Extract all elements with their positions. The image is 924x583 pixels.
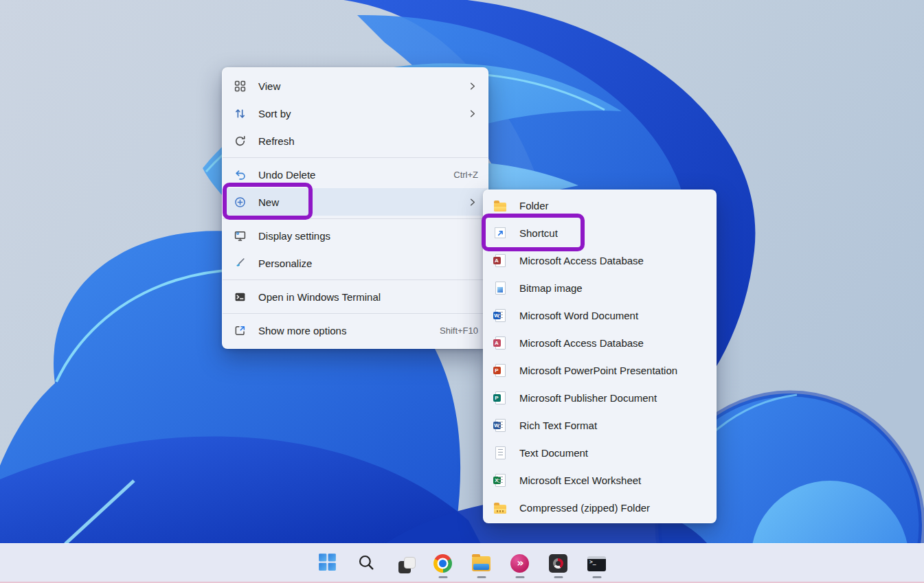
menu-item-label: Refresh xyxy=(258,135,295,147)
menu-separator xyxy=(223,157,488,158)
desktop-context-menu: View Sort by Refresh Undo De xyxy=(222,67,488,349)
shortcut-arrow-icon xyxy=(493,225,507,240)
menu-item-display-settings[interactable]: Display settings xyxy=(223,222,488,249)
menu-separator xyxy=(223,218,488,219)
shortcut-hint: Ctrl+Z xyxy=(453,170,478,180)
submenu-item-powerpoint-presentation[interactable]: P Microsoft PowerPoint Presentation xyxy=(484,356,716,384)
submenu-item-label: Folder xyxy=(519,200,549,212)
menu-item-personalize[interactable]: Personalize xyxy=(223,249,488,277)
start-button[interactable] xyxy=(313,547,343,581)
file-explorer-button[interactable] xyxy=(466,547,497,581)
submenu-item-label: Microsoft PowerPoint Presentation xyxy=(519,365,677,376)
menu-item-label: New xyxy=(258,196,279,208)
submenu-item-rich-text-format[interactable]: W Rich Text Format xyxy=(484,411,716,439)
chevron-right-icon xyxy=(467,196,478,207)
menu-item-label: Sort by xyxy=(258,108,291,119)
task-view-button[interactable] xyxy=(390,547,420,581)
menu-item-label: Open in Windows Terminal xyxy=(258,291,381,303)
taskbar: » xyxy=(0,543,924,583)
dark-ring-app-button[interactable] xyxy=(543,547,574,581)
menu-item-undo-delete[interactable]: Undo Delete Ctrl+Z xyxy=(223,161,488,188)
display-settings-icon xyxy=(234,229,246,242)
menu-item-view[interactable]: View xyxy=(223,72,488,100)
menu-item-label: Display settings xyxy=(258,230,330,242)
new-plus-icon xyxy=(234,196,246,208)
submenu-item-label: Shortcut xyxy=(519,227,558,239)
pink-arrows-app-icon: » xyxy=(510,554,529,573)
menu-item-label: Show more options xyxy=(258,325,346,336)
refresh-icon xyxy=(234,135,246,147)
submenu-item-compressed-zipped-folder[interactable]: Compressed (zipped) Folder xyxy=(484,494,716,521)
access-file-icon: A xyxy=(493,253,507,268)
submenu-item-label: Microsoft Word Document xyxy=(519,310,638,321)
access-legacy-file-icon: A xyxy=(493,335,507,350)
submenu-item-label: Compressed (zipped) Folder xyxy=(519,502,650,514)
submenu-item-bitmap-image[interactable]: Bitmap image xyxy=(484,274,716,301)
text-file-icon xyxy=(493,445,507,460)
submenu-item-label: Microsoft Access Database xyxy=(519,337,644,349)
folder-icon xyxy=(493,198,507,213)
menu-item-label: View xyxy=(258,80,280,92)
desktop: View Sort by Refresh Undo De xyxy=(0,0,924,583)
running-indicator xyxy=(515,576,524,578)
submenu-item-excel-worksheet[interactable]: X Microsoft Excel Worksheet xyxy=(484,466,716,494)
chevron-right-icon xyxy=(467,80,478,91)
submenu-item-label: Text Document xyxy=(519,447,588,459)
shortcut-hint: Shift+F10 xyxy=(440,325,478,336)
submenu-item-text-document[interactable]: Text Document xyxy=(484,439,716,466)
menu-separator xyxy=(223,313,488,314)
powerpoint-file-icon: P xyxy=(493,363,507,378)
windows-terminal-icon xyxy=(234,290,246,303)
running-indicator xyxy=(554,576,563,578)
menu-item-refresh[interactable]: Refresh xyxy=(223,127,488,155)
dark-ring-app-icon xyxy=(549,554,567,573)
submenu-item-label: Microsoft Excel Worksheet xyxy=(519,475,641,486)
zipped-folder-icon xyxy=(493,500,507,515)
submenu-item-publisher-document[interactable]: P Microsoft Publisher Document xyxy=(484,384,716,411)
running-indicator xyxy=(477,576,486,578)
chrome-icon xyxy=(433,554,452,573)
word-file-icon: W xyxy=(493,308,507,323)
menu-item-label: Undo Delete xyxy=(258,169,315,181)
file-explorer-icon xyxy=(472,556,491,571)
task-view-icon xyxy=(392,551,417,576)
rtf-file-icon: W xyxy=(493,418,507,433)
search-button[interactable] xyxy=(351,547,381,581)
new-submenu: Folder Shortcut A Microsoft Access Datab… xyxy=(483,190,717,523)
search-icon xyxy=(357,553,375,574)
chevron-right-icon xyxy=(467,108,478,119)
submenu-item-shortcut[interactable]: Shortcut xyxy=(484,219,716,247)
sort-arrows-icon xyxy=(234,107,246,119)
submenu-item-label: Bitmap image xyxy=(519,282,583,294)
bitmap-file-icon xyxy=(493,280,507,295)
publisher-file-icon: P xyxy=(493,390,507,405)
menu-item-label: Personalize xyxy=(258,258,312,269)
show-more-icon xyxy=(234,324,246,336)
menu-item-show-more-options[interactable]: Show more options Shift+F10 xyxy=(223,317,488,344)
command-prompt-icon xyxy=(587,556,606,571)
personalize-brush-icon xyxy=(234,257,246,269)
excel-file-icon: X xyxy=(493,472,507,488)
submenu-item-label: Rich Text Format xyxy=(519,420,597,431)
menu-item-new[interactable]: New xyxy=(223,188,488,216)
submenu-item-word-document[interactable]: W Microsoft Word Document xyxy=(484,301,716,329)
submenu-item-folder[interactable]: Folder xyxy=(484,192,716,219)
undo-icon xyxy=(234,168,246,181)
menu-item-open-windows-terminal[interactable]: Open in Windows Terminal xyxy=(223,283,488,310)
menu-item-sort-by[interactable]: Sort by xyxy=(223,100,488,127)
menu-separator xyxy=(223,279,488,280)
chrome-button[interactable] xyxy=(428,547,458,581)
pink-arrows-app-button[interactable]: » xyxy=(505,547,535,581)
submenu-item-label: Microsoft Access Database xyxy=(519,255,644,266)
submenu-item-access-database-legacy[interactable]: A Microsoft Access Database xyxy=(484,329,716,356)
command-prompt-button[interactable] xyxy=(582,547,612,581)
windows-start-icon xyxy=(318,553,337,574)
submenu-item-access-database[interactable]: A Microsoft Access Database xyxy=(484,247,716,274)
grid-icon xyxy=(234,80,246,92)
running-indicator xyxy=(592,576,601,578)
submenu-item-label: Microsoft Publisher Document xyxy=(519,392,657,404)
running-indicator xyxy=(438,576,447,578)
